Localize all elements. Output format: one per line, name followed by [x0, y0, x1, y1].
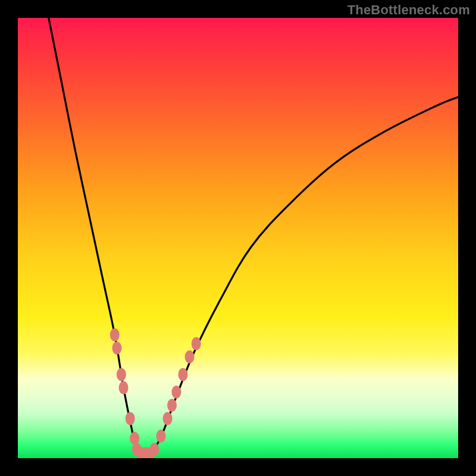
marker-dot [117, 368, 126, 381]
chart-svg [18, 18, 458, 458]
bottleneck-curve [49, 18, 458, 455]
chart-frame: TheBottleneck.com [0, 0, 476, 476]
marker-dots [110, 328, 201, 458]
marker-dot [192, 337, 201, 350]
plot-area [18, 18, 458, 458]
watermark-text: TheBottleneck.com [347, 2, 470, 18]
marker-dot [178, 368, 188, 381]
marker-dot [156, 430, 166, 443]
marker-dot [149, 443, 159, 456]
marker-dot [112, 342, 122, 355]
marker-dot [163, 412, 173, 425]
marker-dot [110, 328, 120, 342]
marker-dot [130, 432, 139, 445]
marker-dot [126, 412, 135, 425]
marker-dot [171, 386, 181, 399]
marker-dot [119, 381, 129, 394]
marker-dot [167, 399, 177, 412]
marker-dot [185, 350, 195, 364]
